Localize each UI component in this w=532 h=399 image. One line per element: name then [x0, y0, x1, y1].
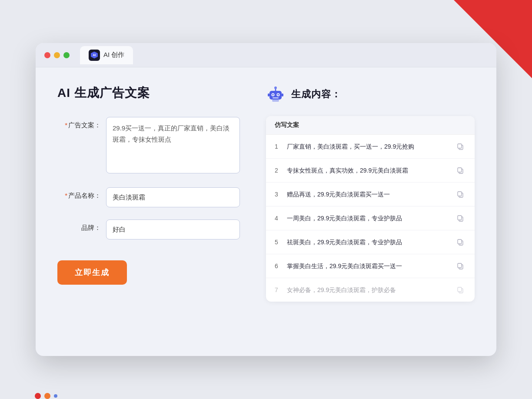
product-input-wrap	[106, 187, 240, 207]
row-text: 厂家直销，美白淡斑霜，买一送一，29.9元抢购	[287, 142, 455, 151]
ad-copy-input-wrap: 29.9买一送一，真正的厂家直销，美白淡斑霜，专抹女性斑点	[106, 117, 240, 175]
decorative-dots-bottom	[35, 393, 57, 399]
table-row: 4 一周美白，29.9元美白淡斑霜，专业护肤品	[266, 206, 475, 230]
ai-icon: AI	[89, 50, 100, 61]
row-number: 2	[275, 167, 287, 174]
maximize-button[interactable]	[63, 52, 70, 58]
ai-tab[interactable]: AI AI 创作	[80, 46, 133, 64]
copy-icon[interactable]	[455, 213, 466, 224]
svg-point-6	[277, 94, 279, 96]
right-panel: 生成内容： 仿写文案 1 厂家直销，美白淡斑霜，买一送一，29.9元抢购 2 专…	[266, 85, 475, 337]
table-row: 7 女神必备，29.9元美白淡斑霜，护肤必备	[266, 278, 475, 302]
svg-rect-14	[458, 168, 462, 172]
svg-point-5	[272, 94, 274, 96]
tab-label: AI 创作	[103, 51, 124, 59]
row-text: 祛斑美白，29.9元美白淡斑霜，专业护肤品	[287, 238, 455, 247]
copy-icon[interactable]	[455, 284, 466, 296]
brand-input-wrap	[106, 219, 240, 239]
row-number: 1	[275, 143, 287, 150]
result-header: 生成内容：	[266, 85, 475, 104]
results-table: 仿写文案 1 厂家直销，美白淡斑霜，买一送一，29.9元抢购 2 专抹女性斑点，…	[266, 116, 475, 302]
dot-blue	[54, 394, 57, 398]
copy-icon[interactable]	[455, 260, 466, 272]
ad-copy-row: *广告文案： 29.9买一送一，真正的厂家直销，美白淡斑霜，专抹女性斑点	[57, 117, 240, 175]
table-row: 1 厂家直销，美白淡斑霜，买一送一，29.9元抢购	[266, 135, 475, 159]
ad-copy-label: *广告文案：	[57, 117, 101, 130]
brand-label: 品牌：	[57, 219, 101, 232]
brand-row: 品牌：	[57, 219, 240, 239]
content-area: AI 生成广告文案 *广告文案： 29.9买一送一，真正的厂家直销，美白淡斑霜，…	[36, 67, 496, 354]
svg-rect-7	[273, 97, 279, 99]
row-text: 赠品再送，29.9元美白淡斑霜买一送一	[287, 190, 455, 199]
row-number: 5	[275, 239, 287, 246]
generate-button[interactable]: 立即生成	[57, 260, 127, 285]
table-row: 6 掌握美白生活，29.9元美白淡斑霜买一送一	[266, 254, 475, 278]
result-rows-container: 1 厂家直销，美白淡斑霜，买一送一，29.9元抢购 2 专抹女性斑点，真实功效，…	[266, 135, 475, 302]
table-row: 3 赠品再送，29.9元美白淡斑霜买一送一	[266, 183, 475, 206]
row-text: 一周美白，29.9元美白淡斑霜，专业护肤品	[287, 214, 455, 223]
copy-icon[interactable]	[455, 165, 466, 176]
row-number: 6	[275, 263, 287, 269]
minimize-button[interactable]	[54, 52, 60, 58]
row-text: 专抹女性斑点，真实功效，29.9元美白淡斑霜	[287, 166, 455, 175]
row-number: 4	[275, 215, 287, 222]
svg-rect-8	[268, 93, 269, 96]
row-text: 女神必备，29.9元美白淡斑霜，护肤必备	[287, 286, 455, 295]
dot-orange	[44, 393, 50, 399]
copy-icon[interactable]	[455, 141, 466, 152]
svg-rect-10	[272, 100, 279, 102]
browser-window: AI AI 创作 AI 生成广告文案 *广告文案： 29.9买一送一，真正的厂家…	[36, 43, 496, 356]
svg-point-2	[274, 86, 277, 89]
title-bar: AI AI 创作	[36, 43, 496, 67]
results-column-header: 仿写文案	[266, 116, 475, 135]
left-panel: AI 生成广告文案 *广告文案： 29.9买一送一，真正的厂家直销，美白淡斑霜，…	[57, 85, 240, 337]
table-row: 2 专抹女性斑点，真实功效，29.9元美白淡斑霜	[266, 159, 475, 183]
svg-rect-20	[458, 239, 462, 244]
copy-icon[interactable]	[455, 236, 466, 248]
row-number: 3	[275, 191, 287, 198]
result-title: 生成内容：	[291, 88, 341, 101]
robot-icon	[266, 85, 285, 104]
traffic-lights	[44, 52, 70, 58]
product-input[interactable]	[106, 187, 240, 207]
table-row: 5 祛斑美白，29.9元美白淡斑霜，专业护肤品	[266, 230, 475, 254]
product-name-row: *产品名称：	[57, 187, 240, 207]
product-required: *	[65, 192, 67, 199]
close-button[interactable]	[44, 52, 50, 58]
svg-rect-24	[458, 287, 462, 292]
brand-input[interactable]	[106, 219, 240, 239]
dot-red	[35, 393, 41, 399]
svg-rect-9	[282, 93, 283, 96]
svg-rect-16	[458, 192, 462, 196]
svg-rect-22	[458, 263, 462, 268]
svg-rect-18	[458, 216, 462, 220]
copy-icon[interactable]	[455, 189, 466, 200]
row-text: 掌握美白生活，29.9元美白淡斑霜买一送一	[287, 262, 455, 271]
ad-copy-textarea[interactable]: 29.9买一送一，真正的厂家直销，美白淡斑霜，专抹女性斑点	[106, 117, 240, 173]
svg-rect-12	[458, 144, 462, 148]
row-number: 7	[275, 286, 287, 293]
page-title: AI 生成广告文案	[57, 85, 240, 101]
ad-copy-required: *	[65, 121, 67, 129]
product-label: *产品名称：	[57, 187, 101, 200]
